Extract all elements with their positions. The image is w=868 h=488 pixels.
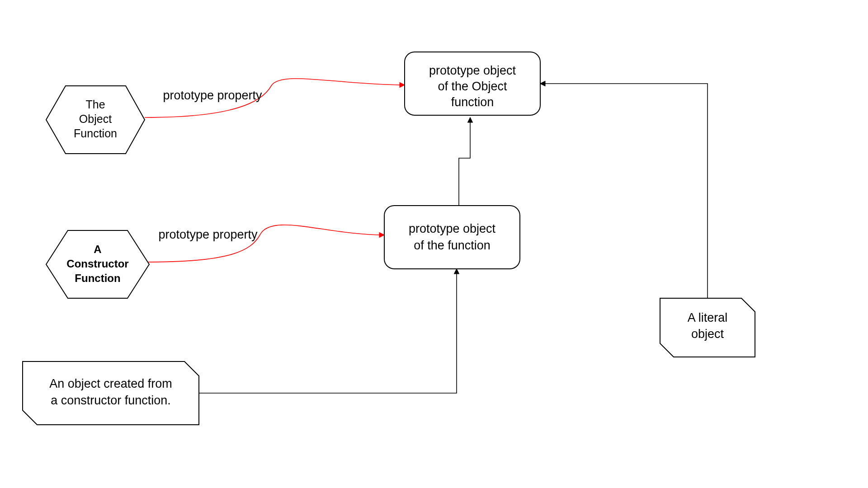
node-a-constructor-function: A Constructor Function [46, 230, 149, 298]
edge-label-proto-prop-2: prototype property [158, 228, 258, 241]
node-ctor-instance-l1: An object created from [49, 377, 172, 390]
node-a-constructor-function-l3: Function [75, 272, 120, 284]
node-proto-object-fn-l3: function [451, 95, 494, 109]
node-proto-fn-l1: prototype object [409, 222, 496, 235]
node-the-object-function-l1: The [85, 98, 105, 111]
node-literal-l1: A literal [688, 311, 728, 324]
node-prototype-object-of-object-fn: prototype object of the Object function [405, 52, 540, 115]
svg-rect-3 [384, 206, 520, 269]
node-a-constructor-function-l2: Constructor [66, 258, 128, 270]
edge-label-proto-prop-1: prototype property [163, 89, 262, 102]
node-constructor-instance: An object created from a constructor fun… [23, 361, 199, 425]
svg-marker-4 [23, 361, 199, 425]
edge-proto-fn-to-proto-object [459, 117, 470, 206]
edge-ctor-instance-to-proto-fn [199, 269, 457, 393]
node-the-object-function: The Object Function [46, 86, 145, 154]
node-ctor-instance-l2: a constructor function. [51, 394, 171, 407]
node-proto-object-fn-l1: prototype object [429, 64, 516, 77]
node-a-constructor-function-l1: A [94, 243, 101, 255]
node-prototype-object-of-fn: prototype object of the function [384, 206, 520, 269]
node-the-object-function-l2: Object [79, 113, 112, 125]
node-proto-object-fn-l2: of the Object [438, 80, 507, 93]
node-the-object-function-l3: Function [74, 127, 117, 140]
node-literal-object: A literal object [660, 298, 755, 357]
node-literal-l2: object [691, 327, 724, 341]
node-proto-fn-l2: of the function [414, 239, 491, 252]
edge-literal-to-proto-object [540, 84, 708, 298]
